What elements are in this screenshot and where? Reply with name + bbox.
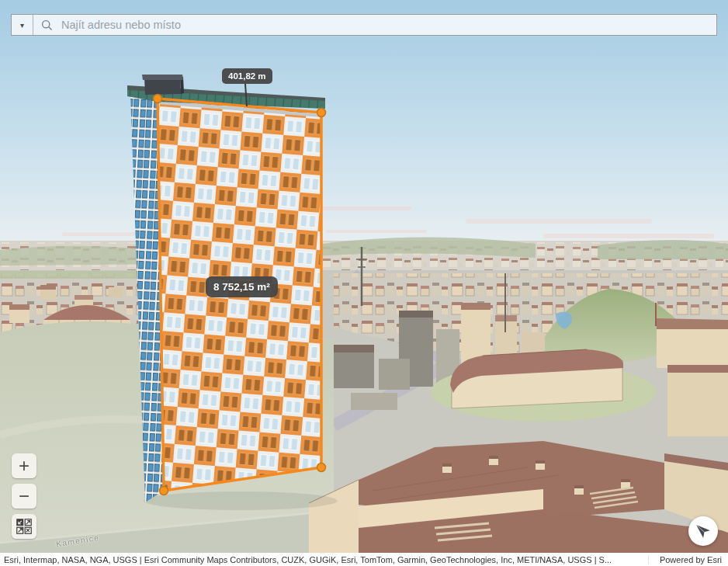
map-3d-scene[interactable] (0, 0, 728, 553)
area-measurement-label: 8 752,15 m² (206, 276, 278, 297)
distant-city (0, 237, 728, 276)
sky (0, 0, 728, 247)
powered-by-esri: Powered by Esri (648, 555, 728, 564)
building-chimney (142, 75, 184, 95)
pan-rotate-toggle-icon (16, 519, 32, 534)
scene-canvas[interactable] (0, 0, 728, 553)
arena-building (450, 349, 623, 408)
zoom-in-button[interactable]: + (12, 453, 36, 478)
search-source-dropdown[interactable]: ▾ (12, 15, 33, 35)
compass-needle-icon (688, 516, 718, 546)
attribution-bar: Esri, Intermap, NASA, NGA, USGS | Esri C… (0, 553, 728, 566)
minus-icon: − (19, 487, 29, 505)
plus-icon: + (19, 457, 29, 475)
navigation-toggle-button[interactable] (12, 514, 36, 539)
search-field (33, 15, 716, 35)
caret-down-icon: ▾ (20, 21, 24, 30)
height-measurement-label: 401,82 m (222, 68, 272, 84)
search-icon (41, 19, 53, 31)
compass-button[interactable] (688, 516, 718, 546)
search-input[interactable] (60, 18, 709, 32)
attribution-sources: Esri, Intermap, NASA, NGA, USGS | Esri C… (0, 555, 648, 564)
zoom-out-button[interactable]: − (12, 484, 36, 509)
map-navigation-controls: + − (12, 453, 36, 539)
search-bar: ▾ (11, 14, 717, 36)
